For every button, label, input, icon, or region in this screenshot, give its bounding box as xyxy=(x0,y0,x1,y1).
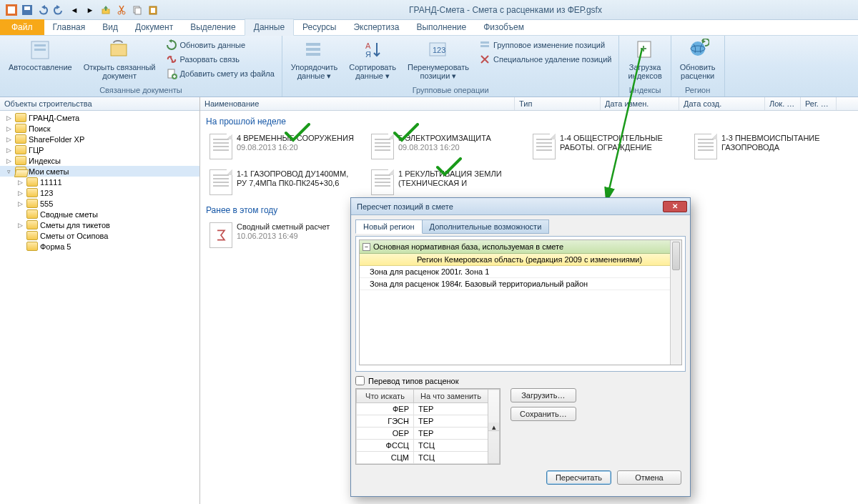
document-item[interactable]: 4 ВРЕМЕННЫЕ СООРУЖЕНИЯ09.08.2013 16:20 xyxy=(206,131,362,162)
doc-title: Сводный сметный расчет xyxy=(237,222,358,232)
btn-load-index[interactable]: Загрузкаиндексов xyxy=(623,37,666,81)
copy-icon[interactable] xyxy=(132,4,143,16)
svg-rect-20 xyxy=(306,53,320,56)
tree-label: 555 xyxy=(40,199,53,208)
ribbon-tabs: Файл Главная Вид Документ Выделение Данн… xyxy=(0,20,858,36)
tab-view[interactable]: Вид xyxy=(94,19,127,35)
btn-add-from-file[interactable]: Добавить смету из файла xyxy=(163,67,277,80)
expand-icon[interactable]: ▷ xyxy=(5,135,13,143)
svg-rect-25 xyxy=(480,41,489,44)
tree-item[interactable]: Форма 5 xyxy=(0,241,199,252)
tree-label: ГЦР xyxy=(29,146,44,154)
dialog-titlebar[interactable]: Пересчет позиций в смете ✕ xyxy=(351,198,690,215)
document-item[interactable]: 1-1 ГАЗОПРОВОД ДУ1400ММ, РУ 7,4МПа ПК0-П… xyxy=(206,167,362,198)
document-item[interactable]: Сводный сметный расчет10.06.2013 16:49 xyxy=(206,219,362,251)
scrollbar[interactable] xyxy=(670,240,681,365)
document-item[interactable]: 1-4 ОБЩЕСТРОИТЕЛЬНЫЕ РАБОТЫ. ОГРАЖДЕНИЕ … xyxy=(529,131,685,162)
btn-autocompose[interactable]: Автосоставление xyxy=(4,37,77,73)
tree-item[interactable]: ▷ Индексы xyxy=(0,155,199,166)
btn-load[interactable]: Загрузить… xyxy=(511,388,576,402)
column-header[interactable]: Лок. … xyxy=(765,97,801,110)
tree-item[interactable]: ▷ 123 xyxy=(0,187,199,198)
forward-icon[interactable]: ► xyxy=(84,4,96,16)
expand-icon[interactable] xyxy=(16,242,24,250)
folder-icon xyxy=(26,188,38,197)
document-item[interactable]: 5 ЭЛЕКТРОХИМЗАЩИТА09.08.2013 16:20 xyxy=(368,131,523,162)
document-item[interactable]: 1-3 ПНЕВМОИСПЫТАНИЕ ГАЗОПРОВОДА ДУ1400,Р… xyxy=(691,131,847,162)
chk-translate-types[interactable] xyxy=(355,376,365,385)
tab-resources[interactable]: Ресурсы xyxy=(294,19,345,35)
tab-extra[interactable]: Дополнительные возможности xyxy=(422,219,550,234)
collapse-icon[interactable]: − xyxy=(363,243,370,251)
tree-item[interactable]: ▷ ГЦР xyxy=(0,144,199,155)
tree-item[interactable]: ▿ Мои сметы xyxy=(0,166,199,177)
btn-recalc[interactable]: Пересчитать xyxy=(546,470,611,485)
column-header[interactable]: Наименование xyxy=(200,97,515,110)
btn-group-edit[interactable]: Групповое изменение позиций xyxy=(476,39,614,51)
tab-new-region[interactable]: Новый регион xyxy=(355,219,423,234)
tree-item[interactable]: ▷ Поиск xyxy=(0,123,199,134)
tree[interactable]: ▷ ГРАНД-Смета ▷ Поиск ▷ ShareFolder XP ▷… xyxy=(0,111,199,504)
tab-file[interactable]: Файл xyxy=(0,19,44,35)
tree-item[interactable]: Сметы от Осипова xyxy=(0,230,199,241)
tree-item[interactable]: ▷ 11111 xyxy=(0,177,199,187)
tree-item[interactable]: ▷ Сметы для тикетов xyxy=(0,219,199,230)
tab-expertise[interactable]: Экспертиза xyxy=(345,19,408,35)
document-item[interactable]: 1 РЕКУЛЬТИВАЦИЯ ЗЕМЛИ (ТЕХНИЧЕСКАЯ И БИО… xyxy=(368,167,523,198)
btn-open-linked[interactable]: Открыть связанныйдокумент xyxy=(79,37,160,81)
expand-icon[interactable]: ▷ xyxy=(5,157,13,164)
folder-icon xyxy=(26,209,38,219)
doc-date: 09.08.2013 16:20 xyxy=(237,143,358,152)
paste-icon[interactable] xyxy=(147,4,159,16)
tab-selection[interactable]: Выделение xyxy=(182,19,245,35)
btn-sort[interactable]: AЯ Сортироватьданные ▾ xyxy=(345,37,400,81)
undo-icon[interactable] xyxy=(37,4,49,16)
expand-icon[interactable]: ▷ xyxy=(5,146,13,154)
column-header[interactable]: Дата созд. xyxy=(679,97,765,110)
app-icon xyxy=(6,4,17,16)
btn-refresh-data[interactable]: Обновить данные xyxy=(163,39,277,51)
db-zone-row[interactable]: Зона для расценок 1984г. Базовый террито… xyxy=(360,278,681,290)
btn-special-delete[interactable]: Специальное удаление позиций xyxy=(476,53,614,66)
btn-renumber[interactable]: 123 Перенумероватьпозиции ▾ xyxy=(403,37,473,81)
tree-item[interactable]: Сводные сметы xyxy=(0,209,199,219)
up-icon[interactable] xyxy=(100,4,112,16)
back-icon[interactable]: ◄ xyxy=(69,4,80,16)
doc-title: 4 ВРЕМЕННЫЕ СООРУЖЕНИЯ xyxy=(237,134,358,143)
db-grid[interactable]: −Основная нормативная база, используемая… xyxy=(359,239,682,365)
expand-icon[interactable]: ▷ xyxy=(16,199,24,207)
cut-icon[interactable] xyxy=(116,4,127,16)
column-header[interactable]: Рег. … xyxy=(801,97,837,110)
tree-item[interactable]: ▷ 555 xyxy=(0,198,199,209)
expand-icon[interactable]: ▿ xyxy=(5,167,13,175)
recalc-dialog: Пересчет позиций в смете ✕ Новый регион … xyxy=(350,197,691,497)
redo-icon[interactable] xyxy=(53,4,64,16)
btn-update-rates[interactable]: Обновитьрасценки xyxy=(676,37,720,81)
tree-item[interactable]: ▷ ShareFolder XP xyxy=(0,134,199,144)
expand-icon[interactable] xyxy=(16,232,24,239)
expand-icon[interactable]: ▷ xyxy=(16,189,24,197)
svg-rect-19 xyxy=(306,48,320,51)
expand-icon[interactable]: ▷ xyxy=(16,221,24,229)
btn-break-link[interactable]: Разорвать связь xyxy=(163,53,277,66)
expand-icon[interactable]: ▷ xyxy=(5,124,13,132)
save-icon[interactable] xyxy=(21,4,33,16)
btn-arrange[interactable]: Упорядочитьданные ▾ xyxy=(287,37,342,81)
db-region-row[interactable]: Регион Кемеровская область (редакция 200… xyxy=(360,254,681,266)
tab-volume[interactable]: Физобъем xyxy=(475,19,533,35)
tab-main[interactable]: Главная xyxy=(44,19,94,35)
tab-execution[interactable]: Выполнение xyxy=(408,19,475,35)
tree-item[interactable]: ▷ ГРАНД-Смета xyxy=(0,112,199,123)
expand-icon[interactable]: ▷ xyxy=(16,178,24,186)
expand-icon[interactable]: ▷ xyxy=(5,114,13,122)
column-header[interactable]: Дата измен. xyxy=(601,97,679,110)
column-header[interactable]: Тип xyxy=(515,97,601,110)
expand-icon[interactable] xyxy=(16,210,24,218)
tab-document[interactable]: Документ xyxy=(127,19,182,35)
close-icon[interactable]: ✕ xyxy=(663,201,687,212)
btn-save[interactable]: Сохранить… xyxy=(511,407,576,421)
btn-cancel[interactable]: Отмена xyxy=(617,470,681,485)
db-zone-row[interactable]: Зона для расценок 2001г. Зона 1 xyxy=(360,266,681,278)
mapping-table[interactable]: Что искатьНа что заменить▴ ФЕРТЕР ГЭСНТЕ… xyxy=(355,388,500,465)
tab-data[interactable]: Данные xyxy=(245,19,294,36)
